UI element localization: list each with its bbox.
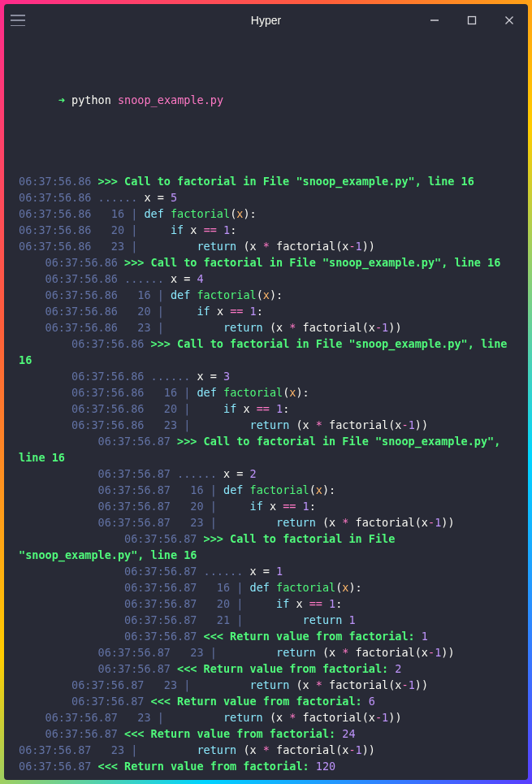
trace-segment: x: [316, 483, 322, 496]
trace-segment: :: [257, 305, 263, 318]
trace-segment: >>> Call to factorial in File "snoop_exa…: [124, 256, 500, 269]
trace-segment: |: [124, 207, 144, 220]
trace-segment: )): [415, 418, 428, 431]
trace-segment: 120: [316, 760, 335, 773]
trace-segment: 16: [111, 207, 124, 220]
trace-segment: ):: [270, 288, 283, 301]
trace-segment: return: [276, 516, 322, 529]
trace-segment: x =: [144, 191, 171, 204]
trace-segment: ==: [257, 402, 276, 415]
trace-segment: 06:37:56.86: [19, 175, 98, 188]
trace-line: 06:37:56.86 20 | if x == 1:: [19, 401, 513, 417]
trace-segment: *: [316, 418, 322, 431]
trace-segment: def: [197, 386, 223, 399]
trace-segment: |: [177, 678, 249, 691]
trace-line: 06:37:56.87 23 | return (x * factorial(x…: [19, 644, 513, 661]
trace-line: 06:37:56.87 23 | return (x * factorial(x…: [19, 677, 513, 693]
cmd-python: python: [71, 93, 111, 106]
trace-segment: ==: [283, 500, 302, 513]
trace-line: 06:37:56.86 16 | def factorial(x):: [19, 287, 513, 303]
trace-segment: (: [309, 483, 316, 496]
trace-segment: return: [223, 711, 270, 724]
minimize-button[interactable]: [416, 4, 453, 37]
trace-segment: x =: [223, 467, 250, 480]
trace-segment: 16: [190, 483, 203, 496]
window-title: Hyper: [251, 14, 281, 27]
trace-segment: (x: [322, 516, 342, 529]
trace-segment: -: [428, 646, 435, 659]
trace-segment: 20: [217, 597, 230, 610]
trace-segment: x: [296, 597, 309, 610]
trace-line: 06:37:56.87 16 | def factorial(x):: [19, 482, 513, 498]
trace-segment: 06:37:56.86: [19, 240, 111, 253]
trace-segment: 2: [395, 662, 401, 675]
trace-segment: 06:37:56.87: [19, 516, 190, 529]
trace-segment: ==: [230, 305, 249, 318]
trace-segment: factorial(x: [322, 678, 402, 691]
trace-segment: 23: [111, 240, 124, 253]
trace-segment: (x: [296, 678, 315, 691]
trace-segment: <<< Return value from factorial:: [177, 662, 395, 675]
trace-segment: (: [257, 288, 263, 301]
trace-segment: return: [250, 678, 296, 691]
trace-line: 06:37:56.86 >>> Call to factorial in Fil…: [19, 254, 513, 271]
maximize-button[interactable]: [453, 4, 491, 37]
trace-segment: 1: [356, 743, 362, 756]
trace-segment: x =: [250, 565, 277, 578]
trace-line: 06:37:56.87 ...... x = 1: [19, 563, 513, 579]
trace-segment: |: [124, 240, 197, 253]
trace-segment: if: [171, 223, 190, 236]
trace-segment: ):: [296, 386, 309, 399]
trace-segment: factorial(x: [296, 711, 375, 724]
trace-segment: 06:37:56.87: [19, 662, 177, 675]
trace-output: 06:37:56.86 >>> Call to factorial in Fil…: [19, 173, 513, 774]
prompt-cmd-line: ➜ python snoop_example.py: [19, 76, 513, 124]
trace-segment: |: [151, 711, 223, 724]
trace-segment: return: [197, 743, 243, 756]
trace-segment: x: [190, 223, 203, 236]
trace-segment: 1: [409, 678, 415, 691]
trace-segment: <<< Return value from factorial:: [204, 630, 422, 643]
close-button[interactable]: [491, 4, 528, 37]
trace-segment: |: [151, 321, 223, 334]
trace-line: 06:37:56.87 <<< Return value from factor…: [19, 693, 513, 709]
trace-segment: (x: [270, 711, 289, 724]
trace-segment: (x: [270, 321, 289, 334]
trace-segment: 16: [164, 386, 177, 399]
trace-segment: factorial: [197, 288, 256, 301]
trace-line: 06:37:56.86 ...... x = 4: [19, 271, 513, 287]
trace-segment: x =: [197, 370, 223, 383]
trace-segment: if: [250, 500, 270, 513]
trace-segment: factorial: [223, 386, 283, 399]
trace-segment: )): [362, 743, 375, 756]
trace-segment: 06:37:56.87: [19, 483, 190, 496]
trace-segment: )): [415, 678, 428, 691]
trace-segment: 1: [223, 223, 230, 236]
trace-segment: factorial(x: [348, 516, 428, 529]
trace-segment: 1: [422, 630, 428, 643]
trace-segment: 4: [197, 272, 203, 285]
trace-segment: 06:37:56.86: [19, 256, 124, 269]
trace-line: 06:37:56.87 20 | if x == 1:: [19, 498, 513, 514]
trace-segment: 06:37:56.87: [19, 760, 98, 773]
trace-segment: 06:37:56.86: [19, 288, 137, 301]
trace-segment: def: [171, 288, 197, 301]
trace-segment: 24: [342, 727, 355, 740]
trace-segment: 06:37:56.87: [19, 613, 217, 626]
trace-segment: 06:37:56.86: [19, 321, 137, 334]
trace-line: 06:37:56.87 21 | return 1: [19, 612, 513, 628]
trace-segment: return: [303, 613, 349, 626]
trace-line: 06:37:56.86 23 | return (x * factorial(x…: [19, 417, 513, 433]
trace-segment: 1: [250, 305, 257, 318]
svg-rect-1: [469, 17, 476, 24]
trace-segment: 20: [137, 305, 150, 318]
trace-segment: return: [223, 321, 270, 334]
trace-segment: 5: [171, 191, 177, 204]
trace-segment: 1: [276, 402, 283, 415]
trace-segment: ......: [98, 191, 145, 204]
trace-segment: 20: [111, 223, 124, 236]
terminal-body[interactable]: ➜ python snoop_example.py 06:37:56.86 >>…: [4, 37, 528, 780]
trace-segment: 23: [111, 743, 124, 756]
trace-segment: (x: [243, 743, 262, 756]
menu-icon[interactable]: [11, 15, 25, 26]
